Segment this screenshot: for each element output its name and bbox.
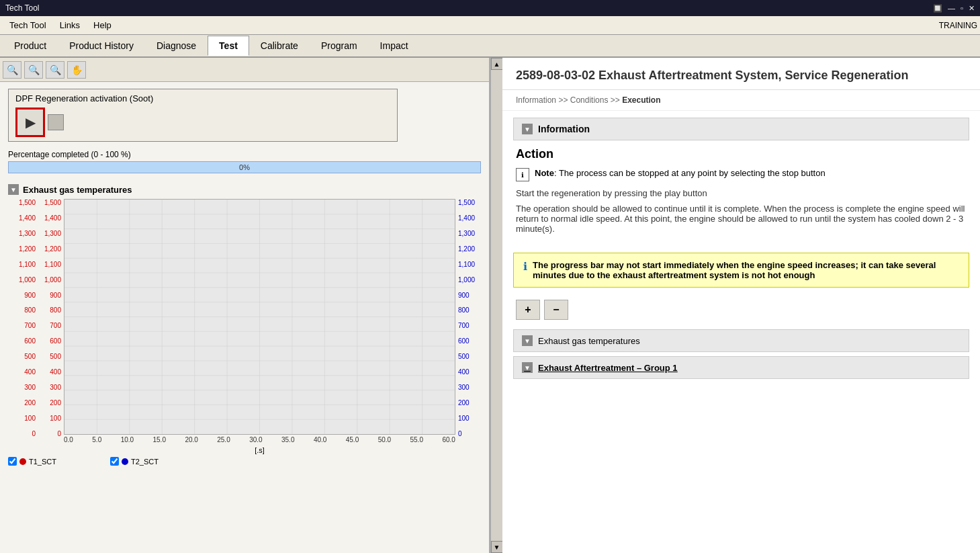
chart-plot [64,199,455,435]
right-panel: 2589-08-03-02 Exhaust Aftertreatment Sys… [502,58,980,553]
progress-bar: 0% [8,161,481,173]
zoom-fit-button[interactable]: 🔍 [3,61,21,79]
x-unit-label: [.s] [64,446,455,454]
breadcrumb-conditions[interactable]: Conditions [570,95,609,105]
scroll-down-button[interactable]: ▼ [491,541,503,553]
chart-svg [64,200,455,434]
tab-impact[interactable]: Impact [369,36,420,56]
exhaust-section-header[interactable]: ▼ Exhaust gas temperatures [514,330,969,351]
progress-text: 0% [9,162,480,173]
legend-checkbox-2[interactable] [110,457,119,466]
stop-button[interactable] [48,114,64,130]
progress-label: Percentage completed (0 - 100 %) [8,150,481,159]
note-body: The process can be stopped at any point … [559,168,826,178]
x-axis: 0.0 5.0 10.0 15.0 20.0 25.0 30.0 35.0 40… [64,435,455,445]
tab-test[interactable]: Test [208,36,249,56]
scroll-area: ▲ ▼ [490,58,502,553]
title-bar-right: 🔲—▫✕ [933,4,975,13]
dpf-controls: ▶ [15,108,390,137]
app-title: Tech Tool [5,3,39,13]
dpf-box: DPF Regeneration activation (Soot) ▶ [8,89,398,142]
plus-button[interactable]: + [516,300,540,320]
action-area: Action ℹ Note: The process can be stoppe… [502,140,980,246]
panel-title: 2589-08-03-02 Exhaust Aftertreatment Sys… [502,58,980,90]
progress-area: Percentage completed (0 - 100 %) 0% [0,148,489,179]
action-para-2: The operation should be allowed to conti… [516,204,967,234]
chart-section: ▼ Exhaust gas temperatures 1,500 1,400 1… [0,179,489,553]
chart-collapse-button[interactable]: ▼ [8,184,19,195]
tab-product-history[interactable]: Product History [58,36,145,56]
main-layout: 🔍 🔍 🔍 ✋ DPF Regeneration activation (Soo… [0,58,980,553]
tab-diagnose[interactable]: Diagnose [145,36,208,56]
menu-links[interactable]: Links [53,19,87,32]
breadcrumb-current: Execution [622,95,660,105]
breadcrumb-information[interactable]: Information [516,95,556,105]
pan-button[interactable]: ✋ [67,61,86,79]
play-button[interactable]: ▶ [15,108,45,137]
toolbar: 🔍 🔍 🔍 ✋ [0,58,489,82]
exhaust-section-title: Exhaust gas temperatures [538,336,640,346]
tab-product[interactable]: Product [3,36,58,56]
chart-middle: 1,500 1,400 1,300 1,200 1,100 1,000 900 … [38,199,481,454]
btn-group: + − [502,294,980,325]
left-panel: 🔍 🔍 🔍 ✋ DPF Regeneration activation (Soo… [0,58,490,553]
note-label: Note [535,168,554,178]
chart-container: 1,500 1,400 1,300 1,200 1,100 1,000 900 … [8,199,481,454]
aftertreatment-section: ▼ Exhaust Aftertreatment – Group 1 [513,356,969,379]
legend-checkbox-1[interactable] [8,457,17,466]
info-toggle-icon[interactable]: ▼ [522,124,533,134]
breadcrumb: Information >> Conditions >> Execution [502,90,980,111]
aftertreatment-toggle-icon[interactable]: ▼ [522,362,533,373]
action-para-1: Start the regeneration by pressing the p… [516,188,967,198]
panel-title-text: 2589-08-03-02 Exhaust Aftertreatment Sys… [516,69,909,82]
warning-box: ℹ The progress bar may not start immedia… [513,253,969,288]
title-bar: Tech Tool 🔲—▫✕ [0,0,980,16]
exhaust-toggle-icon[interactable]: ▼ [522,335,533,346]
chart-legend: T1_SCT T2_SCT [8,454,481,468]
warning-icon: ℹ [523,260,527,273]
tab-calibrate[interactable]: Calibrate [249,36,310,56]
menu-help[interactable]: Help [87,19,118,32]
action-title: Action [516,147,967,161]
zoom-out-button[interactable]: 🔍 [46,61,64,79]
dpf-title: DPF Regeneration activation (Soot) [15,93,390,103]
tab-program[interactable]: Program [310,36,369,56]
legend-item-2: T2_SCT [110,457,159,466]
nav-tabs: Product Product History Diagnose Test Ca… [0,35,980,58]
info-section-title: Information [538,124,590,134]
y-axis-left: 1,500 1,400 1,300 1,200 1,100 1,000 900 … [8,199,38,437]
menu-right: TRAINING [939,21,977,30]
dpf-area: DPF Regeneration activation (Soot) ▶ [0,82,489,148]
minus-button[interactable]: − [544,300,568,320]
information-section-header[interactable]: ▼ Information [513,118,969,140]
warning-text: The progress bar may not start immediate… [533,260,959,280]
aftertreatment-section-title: Exhaust Aftertreatment – Group 1 [538,363,678,373]
aftertreatment-section-header[interactable]: ▼ Exhaust Aftertreatment – Group 1 [514,357,969,378]
zoom-in-button[interactable]: 🔍 [24,61,43,79]
menu-bar: Tech Tool Links Help TRAINING [0,16,980,35]
menu-tech-tool[interactable]: Tech Tool [3,19,53,32]
legend-dot-2 [122,458,128,465]
chart-header: ▼ Exhaust gas temperatures [8,184,481,195]
legend-dot-1 [19,458,26,465]
legend-item-1: T1_SCT [8,457,56,466]
scroll-up-button[interactable]: ▲ [491,58,503,70]
note-box: ℹ Note: The process can be stopped at an… [516,168,967,181]
chart-title: Exhaust gas temperatures [23,185,132,195]
training-badge: TRAINING [939,21,977,30]
note-icon: ℹ [516,168,529,181]
exhaust-section: ▼ Exhaust gas temperatures [513,329,969,352]
note-text: Note: The process can be stopped at any … [535,168,826,178]
